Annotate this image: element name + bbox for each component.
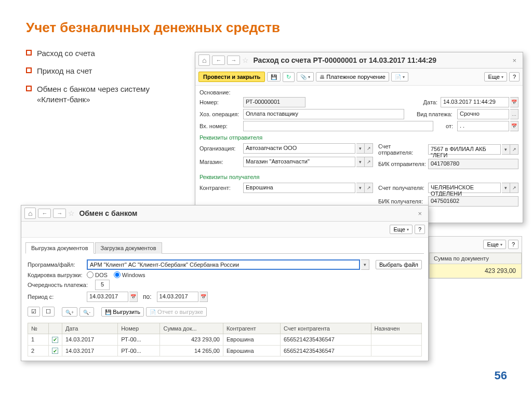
export-button[interactable]: Выгрузить [101, 307, 144, 317]
col-sum[interactable]: Сумма док... [160, 323, 223, 334]
open-icon[interactable]: ↗ [365, 143, 373, 154]
open-icon[interactable]: ↗ [510, 183, 518, 193]
zoom-plus-icon [65, 309, 74, 315]
racc-field[interactable]: ЧЕЛЯБИНСКОЕ ОТДЕЛЕНИ [428, 183, 501, 193]
more-button[interactable]: Еще [484, 72, 507, 81]
payorder-label: Платежное поручение [326, 74, 385, 80]
more-button[interactable]: Еще [483, 240, 506, 249]
tab-export[interactable]: Выгрузка документов [25, 242, 94, 254]
forward-button[interactable] [227, 56, 240, 65]
org-field[interactable]: Автозапчасти ООО [243, 143, 355, 154]
col-acc[interactable]: Счет контрагента [280, 323, 371, 334]
print-payorder-button[interactable]: Платежное поручение [316, 72, 389, 81]
back-button[interactable] [212, 56, 225, 65]
uncheck-all-button[interactable]: ☐ [42, 307, 55, 317]
submit-close-button[interactable]: Провести и закрыть [198, 72, 265, 82]
date-picker-icon[interactable]: 📅 [510, 97, 518, 107]
dd-icon[interactable]: ▾ [356, 183, 365, 193]
cal-icon[interactable]: 📅 [200, 292, 208, 302]
from-picker-icon[interactable]: 📅 [510, 121, 518, 131]
program-field[interactable]: АРМ "Клиент" АС "Клиент-Сбербанк" Сберба… [87, 259, 360, 270]
shop-field[interactable]: Магазин "Автозапчасти" [243, 157, 355, 167]
ptype-picker-icon[interactable]: … [510, 109, 518, 119]
dd-icon[interactable]: ▾ [361, 259, 369, 270]
col-contr[interactable]: Контрагент [223, 323, 280, 334]
arrow-right-icon [57, 210, 62, 216]
bullet-list: Расход со счета Приход на счет Обмен с б… [26, 48, 182, 105]
ptype-field[interactable]: Срочно [457, 109, 509, 119]
date-field[interactable]: 14.03.2017 11:44:29 [441, 97, 509, 107]
table-row[interactable]: 1 14.03.2017 РТ-00... 423 293,00 Еврошин… [28, 334, 422, 346]
zoom-out-button[interactable] [79, 307, 94, 317]
row-checkbox[interactable] [52, 348, 58, 354]
star-icon[interactable]: ☆ [68, 209, 75, 217]
refresh-button[interactable] [283, 72, 295, 82]
date-to-field[interactable]: 14.03.2017 [157, 292, 198, 302]
arrow-left-icon [42, 210, 47, 216]
bullet-label: Обмен с банком через систему «Клиент-бан… [37, 84, 182, 105]
check-all-button[interactable]: ☑ [28, 307, 40, 317]
report-label: Отчет о выгрузке [157, 309, 203, 315]
close-button[interactable]: × [415, 210, 425, 217]
basis-label: Основание: [200, 89, 242, 95]
date-from-field[interactable]: 14.03.2017 [87, 292, 128, 302]
report-icon [395, 74, 401, 80]
incnum-field[interactable] [243, 121, 433, 131]
number-label: Номер: [200, 99, 242, 105]
priority-field[interactable]: 5 [95, 280, 110, 290]
col-n[interactable]: № [28, 323, 49, 334]
zoom-in-button[interactable] [62, 307, 77, 317]
dd-icon[interactable]: ▾ [356, 143, 365, 154]
op-field[interactable]: Оплата поставщику [243, 109, 404, 119]
bullet-icon [26, 86, 32, 91]
tab-import[interactable]: Загрузка документов [95, 242, 162, 254]
row-checkbox[interactable] [52, 337, 58, 343]
encoding-win-radio[interactable]: Windows [114, 271, 145, 278]
encoding-label: Кодировка выгрузки: [28, 272, 86, 278]
dd-icon[interactable]: ▾ [502, 183, 510, 193]
star-icon[interactable]: ☆ [242, 56, 249, 64]
col-purp[interactable]: Назначен [371, 323, 421, 334]
arrow-right-icon [231, 57, 236, 63]
save-button[interactable] [267, 72, 281, 81]
sacc-label: Счет отправителя: [378, 143, 427, 156]
home-button[interactable] [198, 54, 210, 66]
col-date[interactable]: Дата [62, 323, 118, 334]
home-button[interactable] [24, 208, 36, 219]
dd-icon[interactable]: ▾ [356, 157, 365, 167]
choose-file-button[interactable]: Выбрать файл [376, 260, 422, 269]
help-button[interactable]: ? [415, 225, 425, 234]
encoding-dos-radio[interactable]: DOS [87, 271, 108, 278]
cell-sum: 423 293,00 [160, 334, 223, 346]
cell-acc: 6565214235436547 [280, 345, 371, 356]
home-icon [28, 209, 32, 217]
back-button[interactable] [38, 209, 51, 218]
sacc-field[interactable]: 7567 в ФИЛИАЛ АКБ "ЛЕГИ [428, 144, 501, 155]
refresh-icon [286, 74, 291, 80]
contr-field[interactable]: Еврошина [243, 183, 355, 193]
col-check[interactable] [49, 323, 62, 334]
open-icon[interactable]: ↗ [365, 183, 373, 193]
documents-table: № Дата Номер Сумма док... Контрагент Сче… [28, 323, 422, 356]
print-icon [320, 74, 325, 80]
cell-num: РТ-00... [118, 345, 160, 356]
col-num[interactable]: Номер [118, 323, 160, 334]
report-dd-button[interactable] [391, 72, 408, 81]
forward-button[interactable] [53, 209, 66, 218]
cell-date: 14.03.2017 [62, 334, 118, 346]
radio-label: Windows [122, 272, 145, 278]
clip-button[interactable] [297, 72, 314, 81]
racc-label: Счет получателя: [378, 185, 427, 191]
more-button[interactable]: Еще [390, 225, 412, 234]
cell-acc: 6565214235436547 [280, 334, 371, 346]
close-button[interactable]: × [509, 57, 520, 64]
open-icon[interactable]: ↗ [510, 144, 518, 155]
report-button[interactable]: Отчет о выгрузке [146, 307, 207, 317]
dd-icon[interactable]: ▾ [502, 144, 510, 155]
help-button[interactable]: ? [509, 72, 520, 81]
cal-icon[interactable]: 📅 [129, 292, 138, 302]
from-field[interactable]: . . [457, 121, 509, 131]
open-icon[interactable]: ↗ [365, 157, 373, 167]
table-row[interactable]: 2 14.03.2017 РТ-00... 14 265,00 Еврошина… [28, 345, 422, 356]
help-button[interactable]: ? [508, 240, 518, 249]
